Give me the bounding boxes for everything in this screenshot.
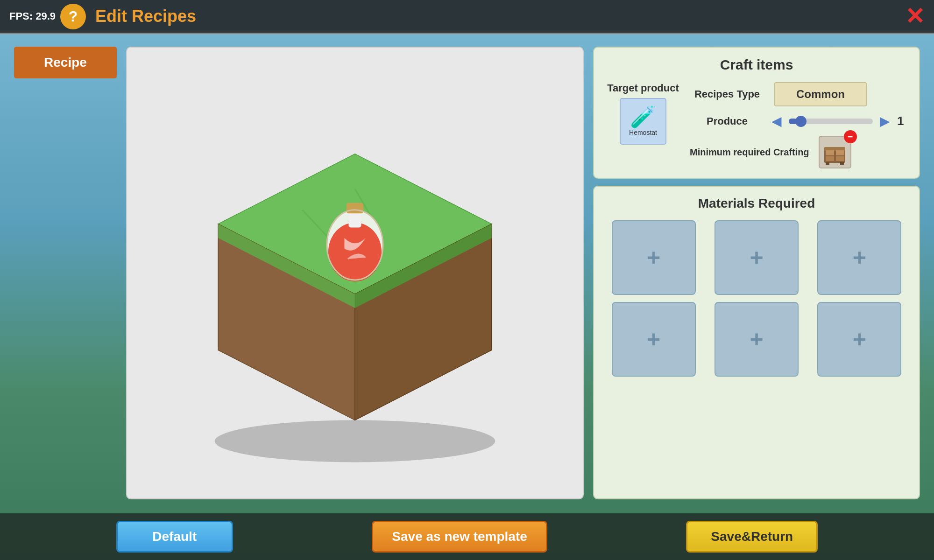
craft-items-title: Craft items <box>606 57 907 73</box>
svg-point-9 <box>328 223 382 281</box>
type-produce-col: Recipes Type Common Produce ◀ <box>690 82 911 168</box>
materials-grid: + + + + + + <box>606 220 907 377</box>
material-slot-2[interactable]: + <box>715 220 799 295</box>
craft-items-inner: Target product 🧪 Hemostat Recipes Type <box>606 82 907 168</box>
produce-value: 1 <box>897 114 911 128</box>
material-slot-5[interactable]: + <box>715 302 799 377</box>
materials-section: Materials Required + + + + + + <box>593 186 920 499</box>
target-product-name: Hemostat <box>629 129 657 136</box>
svg-rect-19 <box>826 162 829 165</box>
min-crafting-box: − <box>819 136 851 168</box>
title-bar: FPS: 29.9 ? Edit Recipes ✕ <box>0 0 934 33</box>
min-crafting-row: Minimum required Crafting <box>690 136 911 168</box>
close-button[interactable]: ✕ <box>905 5 925 28</box>
material-slot-1[interactable]: + <box>612 220 696 295</box>
svg-point-7 <box>215 420 495 462</box>
default-button[interactable]: Default <box>116 521 233 553</box>
svg-rect-16 <box>836 150 844 155</box>
recipe-tab[interactable]: Recipe <box>14 47 117 78</box>
svg-rect-15 <box>826 150 834 155</box>
svg-rect-17 <box>826 156 834 161</box>
content-area: Recipe <box>0 33 934 513</box>
produce-slider-thumb <box>795 116 807 127</box>
recipes-type-button[interactable]: Common <box>774 82 867 106</box>
svg-rect-18 <box>836 156 844 161</box>
save-template-button[interactable]: Save as new template <box>372 521 547 553</box>
material-slot-4[interactable]: + <box>612 302 696 377</box>
target-product-col: Target product 🧪 Hemostat <box>606 82 680 145</box>
remove-crafting-button[interactable]: − <box>844 130 857 143</box>
material-slot-3[interactable]: + <box>817 220 901 295</box>
min-crafting-label: Minimum required Crafting <box>690 147 809 158</box>
produce-decrease-button[interactable]: ◀ <box>771 113 782 129</box>
preview-svg <box>127 48 583 498</box>
produce-slider[interactable] <box>789 119 873 124</box>
recipes-type-label: Recipes Type <box>690 88 764 100</box>
save-return-button[interactable]: Save&Return <box>686 521 818 553</box>
svg-rect-11 <box>347 203 363 214</box>
target-product-label: Target product <box>606 82 680 94</box>
craft-top-row: Target product 🧪 Hemostat Recipes Type <box>606 82 907 168</box>
svg-rect-20 <box>840 162 844 165</box>
material-slot-6[interactable]: + <box>817 302 901 377</box>
materials-required-title: Materials Required <box>606 196 907 211</box>
question-icon[interactable]: ? <box>60 4 86 29</box>
left-sidebar: Recipe <box>14 47 117 499</box>
fps-counter: FPS: 29.9 <box>9 10 56 22</box>
target-product-box[interactable]: 🧪 Hemostat <box>620 98 666 145</box>
craft-panel: Craft items Target product 🧪 Hemostat <box>593 47 920 499</box>
produce-increase-button[interactable]: ▶ <box>880 113 890 129</box>
crafting-table-svg <box>822 140 848 165</box>
title-divider <box>0 33 934 34</box>
preview-panel <box>126 47 584 499</box>
bottom-bar: Default Save as new template Save&Return <box>0 513 934 560</box>
produce-row: Produce ◀ ▶ 1 <box>690 113 911 129</box>
page-title: Edit Recipes <box>95 7 905 26</box>
produce-label: Produce <box>690 115 764 127</box>
recipes-type-row: Recipes Type Common <box>690 82 911 106</box>
craft-items-section: Craft items Target product 🧪 Hemostat <box>593 47 920 179</box>
target-product-icon: 🧪 <box>630 106 656 127</box>
